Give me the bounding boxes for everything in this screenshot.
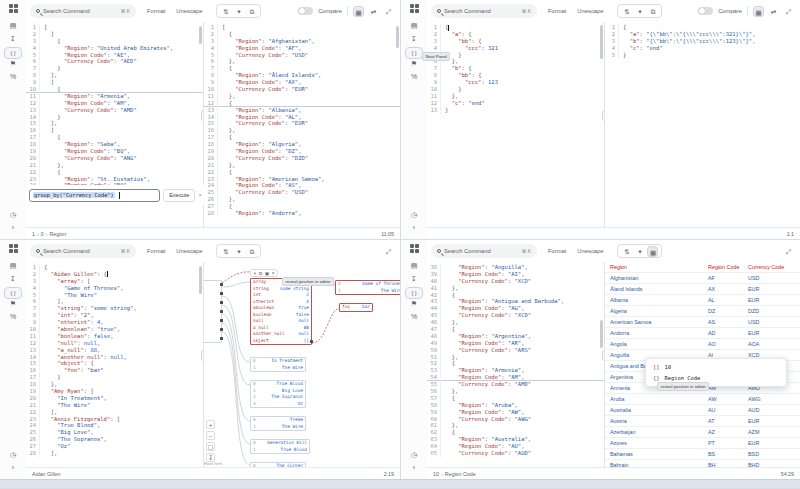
table-row[interactable]: AustriaATEUR	[605, 416, 800, 427]
save-icon[interactable]: ▣	[265, 271, 270, 276]
compare-toggle[interactable]	[298, 7, 313, 15]
graph-node[interactable]: foobar	[339, 303, 373, 312]
graph-node[interactable]: 0Game of Thrones1The Wire	[335, 280, 400, 295]
flag-icon[interactable]: ⚑	[4, 59, 22, 72]
table-cell[interactable]: EUR	[748, 330, 800, 336]
collapse-icon[interactable]: ›	[4, 463, 22, 476]
table-cell[interactable]: EUR	[748, 286, 800, 292]
node-port[interactable]	[310, 340, 313, 343]
format-button[interactable]: Format	[147, 248, 165, 254]
node-port[interactable]	[220, 283, 223, 286]
table-cell[interactable]: Andorra	[610, 330, 708, 336]
unescape-button[interactable]: Unescape	[176, 248, 202, 254]
sparkle-icon[interactable]: ✦	[634, 6, 645, 17]
breadcrumb-item[interactable]: 1	[32, 231, 35, 237]
format-button[interactable]: Format	[147, 8, 165, 14]
flag-icon[interactable]: ⚑	[405, 59, 423, 72]
zoom-fit-button[interactable]: ▢	[206, 442, 215, 451]
target-icon[interactable]: ⌖	[254, 271, 257, 276]
compare-toggle[interactable]	[698, 7, 713, 15]
graph-node[interactable]: 0Treme1The Wire	[250, 416, 306, 431]
braces-icon[interactable]: { }	[4, 287, 22, 299]
unescape-button[interactable]: Unescape	[176, 8, 202, 14]
node-port[interactable]	[220, 301, 223, 304]
flow-icon[interactable]: ⇅	[220, 246, 231, 257]
import-icon[interactable]: ↧	[405, 274, 423, 287]
graph-node[interactable]: 0In Treatment1The Wire	[250, 357, 306, 372]
table-row[interactable]: AndorraADEUR	[605, 328, 800, 339]
column-header[interactable]: Currency Code	[748, 264, 800, 270]
json-editor[interactable]: 38 "Region": "Anguilla",39 "Region Code"…	[427, 262, 604, 467]
json-editor[interactable]: 1[2 {3 "Region": "Afghanistan",4 "Region…	[204, 22, 400, 227]
path-item-array[interactable]: [] 10	[646, 362, 786, 373]
scrollbar-thumb[interactable]	[396, 26, 399, 48]
table-cell[interactable]: Azerbaijan	[610, 429, 708, 435]
json-editor[interactable]: 1{2 "a": {3 "bb": {4 "ccc": 3215 }6 },7 …	[427, 22, 604, 227]
unescape-button[interactable]: Unescape	[577, 248, 603, 254]
zoom-out-button[interactable]: −	[206, 431, 215, 440]
graph-node[interactable]	[204, 280, 222, 343]
table-cell[interactable]: PT	[708, 440, 748, 446]
format-button[interactable]: Format	[548, 8, 566, 14]
copy-icon[interactable]: ⧉	[246, 246, 257, 257]
sparkle-icon[interactable]: ✦	[634, 246, 645, 257]
flag-icon[interactable]: ⚑	[4, 299, 22, 312]
history-icon[interactable]: ◷	[4, 210, 22, 223]
table-cell[interactable]: AOA	[748, 341, 800, 347]
document-icon[interactable]: ▤	[405, 261, 423, 274]
node-port[interactable]	[220, 319, 223, 322]
format-button[interactable]: Format	[548, 248, 566, 254]
table-cell[interactable]: AZ	[708, 429, 748, 435]
copy-icon[interactable]: ⧉	[246, 6, 257, 17]
graph-node[interactable]: 0True Blood1Big Love2The Sopranos3Oz	[250, 380, 306, 408]
braces-icon[interactable]: { }	[405, 47, 423, 59]
table-cell[interactable]: AZM	[748, 429, 800, 435]
import-icon[interactable]: ↧	[405, 34, 423, 47]
left-editor-pane[interactable]: 1{2 "Aidan Gillen": {3 "array": [4 "Game…	[26, 262, 204, 467]
table-row[interactable]: American SamoaASUSD	[605, 317, 800, 328]
table-cell[interactable]: USD	[748, 319, 800, 325]
table-cell[interactable]: EUR	[748, 418, 800, 424]
flow-icon[interactable]: ⇅	[621, 6, 632, 17]
table-cell[interactable]: EUR	[748, 297, 800, 303]
sparkle-icon[interactable]: ✦	[233, 246, 244, 257]
table-cell[interactable]: AX	[708, 286, 748, 292]
zoom-in-button[interactable]: +	[206, 420, 215, 429]
table-cell[interactable]: Australia	[610, 407, 708, 413]
search-input[interactable]: Search Command ⌘ K	[431, 4, 537, 18]
table-cell[interactable]: Algeria	[610, 308, 708, 314]
import-icon[interactable]: ↧	[4, 34, 22, 47]
sparkle-icon[interactable]: ✦	[233, 6, 244, 17]
history-icon[interactable]: ◷	[4, 450, 22, 463]
braces-icon[interactable]: { }	[4, 47, 22, 59]
breadcrumb-item[interactable]: Region	[49, 231, 66, 237]
transform-icon[interactable]: %	[405, 72, 423, 85]
fullscreen-icon[interactable]: ⤢	[783, 6, 794, 17]
table-cell[interactable]: Angola	[610, 341, 708, 347]
table-cell[interactable]: Azores	[610, 440, 708, 446]
import-icon[interactable]: ↧	[4, 274, 22, 287]
breadcrumb-item[interactable]: 10	[433, 471, 439, 477]
table-cell[interactable]: Aruba	[610, 396, 708, 402]
collapse-icon[interactable]: ›	[405, 223, 423, 236]
table-cell[interactable]: Albania	[610, 297, 708, 303]
braces-icon[interactable]: { }	[405, 287, 423, 299]
table-view-icon[interactable]: ▦	[753, 6, 764, 17]
table-cell[interactable]: EUR	[748, 440, 800, 446]
table-cell[interactable]: Afghanistan	[610, 275, 708, 281]
collapse-icon[interactable]: ›	[405, 463, 423, 476]
scrollbar-thumb[interactable]	[199, 26, 202, 44]
breadcrumb[interactable]: Aidan Gillen	[32, 471, 61, 477]
left-editor-pane[interactable]: 1{2 "a": {3 "bb": {4 "ccc": 3215 }6 },7 …	[427, 22, 605, 227]
table-cell[interactable]: Åland Islands	[610, 286, 708, 292]
copy-icon[interactable]: ⧉	[647, 6, 658, 17]
table-cell[interactable]: Austria	[610, 418, 708, 424]
json-editor[interactable]: 1{2 "Aidan Gillen": {3 "array": [4 "Game…	[26, 262, 203, 467]
document-icon[interactable]: ▤	[405, 21, 423, 34]
left-editor-pane[interactable]: 38 "Region": "Anguilla",39 "Region Code"…	[427, 262, 605, 467]
execute-button[interactable]: Execute	[163, 189, 195, 202]
breadcrumb-item[interactable]: 0	[41, 231, 44, 237]
table-row[interactable]: AfghanistanAFUSD	[605, 273, 800, 284]
column-header[interactable]: Region Code	[708, 264, 748, 270]
search-input[interactable]: Search Command ⌘ K	[30, 4, 136, 18]
